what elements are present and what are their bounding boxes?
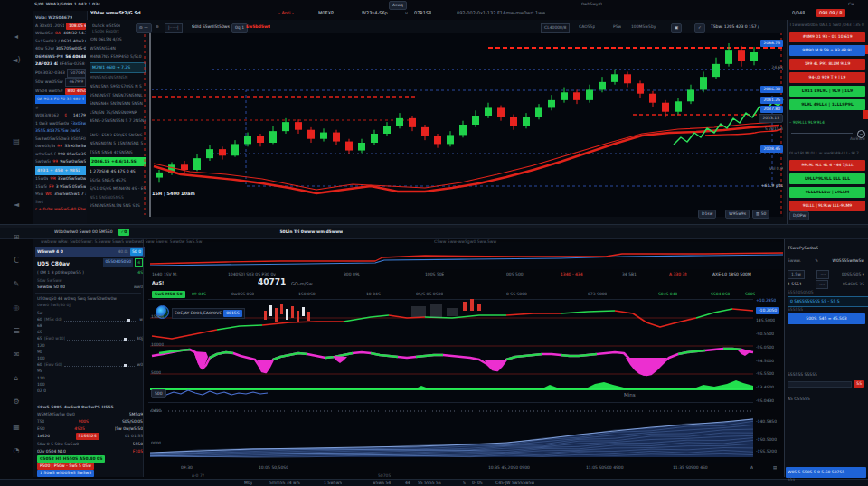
squiggle-chip: 500	[151, 389, 166, 398]
watch-row[interactable]: 9L9L 49LL4 | 1LLL9P9L	[789, 99, 865, 110]
buy-button[interactable]: 2046.15 +4.6/14.5S	[90, 157, 146, 166]
sidebar-prev-icon[interactable]: ◄	[7, 199, 25, 211]
sidebar-edit-icon[interactable]: ✎	[7, 278, 25, 291]
price-input[interactable]: ····	[816, 280, 828, 289]
mid-value: 1640 1SV M:	[152, 271, 178, 278]
sidebar-settings-icon[interactable]: ⚙	[7, 396, 25, 408]
cell: W5M5M5w5w 0w0	[37, 411, 75, 418]
chart-header-item[interactable]: |······|	[165, 23, 183, 33]
sidebar-target-icon[interactable]: ◎	[7, 302, 25, 314]
watch-panel-title: T1wwwwb0b5 0A3.1 5w0 /043 135 0	[789, 22, 865, 29]
bottom-left-row[interactable]: C5052 H5 H550S A50.40 0S	[35, 455, 145, 463]
confirm-chip[interactable]: 4	[135, 258, 143, 267]
chart-footer-button[interactable]: D1sw	[698, 210, 716, 219]
chart-header-item[interactable]: CL40000/8	[541, 23, 570, 33]
cell[interactable]: 108.05 64	[66, 23, 86, 30]
add-icon[interactable]: ⊕	[156, 23, 159, 31]
check-icon[interactable]: ✓	[694, 23, 705, 33]
param-track[interactable]	[67, 337, 135, 341]
series-label[interactable]: EOE/AY EOO1/EAO/OVE0015S	[172, 308, 245, 319]
cell: 4S05	[74, 425, 84, 433]
cell: 50w ww05Sww	[35, 79, 63, 86]
left-panel-row: 1 0w3 ww05w0w2 3SF3x03w5x	[35, 120, 86, 127]
chart-footer-button[interactable]: W95w9s	[725, 210, 750, 219]
quote-row[interactable]: 500S: 545 = 45.503	[788, 313, 865, 324]
left-panel-row[interactable]: 0A 90.8 F0 F0 35 480 S3 4F9 8	[35, 95, 86, 104]
left-panel-row[interactable]: 4931 + 458 + 9852	[35, 166, 86, 175]
cell: 305705w005-0.527	[56, 45, 86, 52]
watch-row[interactable]: 9LLLL | 9L9Lw LLL-9LM9	[789, 201, 865, 211]
sidebar-home-icon[interactable]: ⌂	[7, 372, 25, 385]
menu-item[interactable]: 0/048	[792, 9, 805, 17]
slider-handle[interactable]: −	[857, 130, 865, 138]
topbar-item[interactable]: Aswq	[389, 1, 407, 10]
cell[interactable]: 1 50w5 w5005w5 5w5w5	[37, 470, 94, 477]
watch-row[interactable]: 9LLL9LLLw | L9LLM	[789, 187, 865, 198]
sidebar-grid-icon[interactable]: ⊞	[7, 231, 25, 244]
watch-row[interactable]: 9M90 M 9 59 + 93.4P 9L	[789, 45, 865, 56]
confirm-bar[interactable]: W05 5 5505 5 0 5.50 50755	[786, 467, 866, 478]
sidebar-clip-icon[interactable]: C	[7, 255, 25, 267]
range-slider[interactable]: −	[789, 130, 865, 136]
bottom-left-row[interactable]: C0w5 5005-4w5w0 0w5wP5 H555	[35, 404, 145, 411]
ticker-chip[interactable]: 5w5 M50 50	[152, 291, 185, 298]
ticker-chip: 0w0SS 0S0	[231, 291, 254, 298]
sidebar-speaker-icon[interactable]: ◄)	[7, 54, 25, 67]
watch-row[interactable]: 199 4L P91 8LLM 9LL9	[789, 59, 865, 70]
param-handle[interactable]	[124, 338, 127, 341]
param-handle[interactable]	[124, 364, 127, 367]
chart-footer-button[interactable]: ▥ 50	[752, 210, 769, 219]
watch-row[interactable]: L911 L9L9L | 9L9 | 1L9	[789, 86, 865, 97]
bottom-left-row[interactable]: 1 50w5 w5005w5 5w5w5	[35, 470, 145, 477]
axis-price-label: -140.5850	[756, 418, 777, 425]
type-select[interactable]: 00S5/S05 ▾	[842, 271, 864, 278]
param-slider-row[interactable]: 65(Ew0 w10)40j	[35, 336, 145, 342]
chart-header-item[interactable]: Ew5bd5w0	[246, 23, 270, 31]
watch-row[interactable]: 99L9L 9LL 4L 4 - 44 7/LLL	[789, 160, 865, 171]
cell[interactable]: 51SS52S	[76, 433, 99, 440]
info-row[interactable]: M2W1 46I0 → 7.2S	[90, 62, 146, 73]
price-badge[interactable]: 2037.80	[760, 106, 783, 113]
price-badge[interactable]: 2041.25	[760, 97, 783, 104]
cell[interactable]: P500 | P50w - 5w5 5 05w	[37, 463, 94, 470]
menu-item[interactable]: 07R1S8	[414, 9, 431, 17]
watch-row[interactable]: L9LLP9L9LL LLL LLL	[789, 173, 865, 184]
param-handle[interactable]	[127, 319, 130, 322]
sidebar-mail-icon[interactable]: ✉	[7, 349, 25, 361]
price-badge[interactable]: 2088.75	[760, 40, 783, 47]
series-badge[interactable]: 0015S	[223, 310, 241, 317]
sidebar-menu-icon[interactable]: ☰	[7, 325, 25, 338]
sidebar-table-icon[interactable]: ▦	[7, 421, 25, 434]
cell[interactable]: C5052 H5 H550S A50.40 0S	[37, 455, 105, 463]
instrument-row[interactable]: U05 C80av05504050504	[35, 258, 145, 267]
mini-axis-label: 10000	[151, 341, 164, 349]
param-track[interactable]	[64, 363, 135, 367]
info-row: 25N5N5N5N.5N 5N5 S1S	[90, 202, 146, 210]
param-slider-row[interactable]: 60(Ewv G0)w0	[35, 362, 145, 369]
price-badge[interactable]: 2008.45	[760, 145, 783, 153]
queue-row[interactable]: 55	[788, 380, 864, 388]
watch-row[interactable]: #0M9 01 93 - 01 10 619	[789, 32, 865, 42]
bottom-header-chip[interactable]: ✓0	[118, 229, 130, 236]
sidebar-clock-icon[interactable]: ◔	[7, 444, 25, 457]
wave-header-row[interactable]: W5ww9 4 040.0:50 0	[35, 247, 145, 257]
range-input[interactable]: ····	[816, 270, 829, 279]
sidebar-back-icon[interactable]: ◂	[7, 31, 25, 43]
sidebar-list-icon[interactable]: ▤	[7, 136, 25, 148]
instrument-chip[interactable]: 0550405050	[103, 258, 133, 267]
param-slider-row[interactable]: 60(M5x dd)w	[35, 316, 145, 322]
compass-icon[interactable]: ⊙ —	[136, 23, 152, 33]
param-track[interactable]	[64, 318, 138, 322]
wave-chip[interactable]: 50 0	[130, 248, 143, 256]
watch-footer-button[interactable]: D/0Pw	[789, 211, 809, 220]
watch-row[interactable]: 94-L0 919 T 9 | L9	[789, 72, 865, 83]
price-badge[interactable]: 2046.30	[760, 86, 783, 93]
bottom-left-row[interactable]: P500 | P50w - 5w5 5 05w	[35, 463, 145, 470]
menu-item[interactable]: M0EXP	[318, 9, 334, 17]
layout-icon[interactable]: ▣	[671, 23, 682, 33]
cell[interactable]: 800 40S0	[65, 88, 86, 95]
queue-bar[interactable]	[788, 381, 852, 388]
qty-input[interactable]: 1.5w	[788, 270, 805, 279]
menu-item[interactable]: 098 09 / 8	[816, 9, 845, 17]
menu-item[interactable]: W23x4-S6p	[362, 9, 388, 17]
